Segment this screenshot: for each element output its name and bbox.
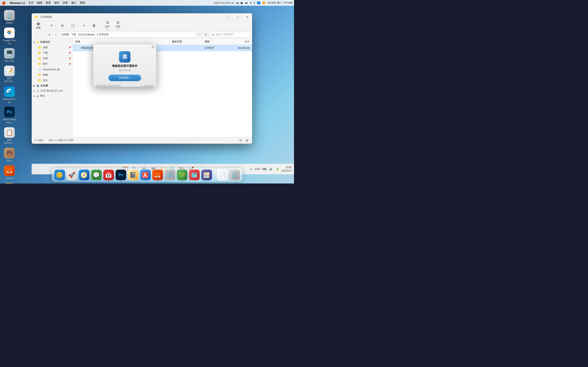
sidebar-item-videos[interactable]: 📁 视频 bbox=[32, 72, 72, 78]
minimize-button[interactable]: ─ bbox=[224, 13, 233, 21]
menubar-settings[interactable]: 设置 bbox=[61, 1, 70, 5]
menubar-file[interactable]: 文件 bbox=[27, 1, 35, 5]
menubar-action[interactable]: 操作 bbox=[52, 1, 61, 5]
toolbar-sep-1 bbox=[45, 23, 45, 29]
menubar-edit[interactable]: 编辑 bbox=[35, 1, 44, 5]
chrome-icon bbox=[4, 27, 15, 38]
sort-button[interactable]: ⇅ 排序 ▼ bbox=[103, 22, 112, 30]
sidebar-item-downloads[interactable]: 📁 下载 📌 bbox=[32, 50, 72, 56]
menubar-play[interactable]: ▶ bbox=[241, 1, 243, 4]
menubar-window[interactable]: 窗口 bbox=[70, 1, 78, 5]
photoshop-label: Adobe Photoshop... bbox=[3, 118, 16, 124]
menubar-heart[interactable]: ♥ bbox=[250, 1, 251, 4]
path-folder[interactable]: 04102729kuk8 bbox=[78, 33, 95, 36]
refresh-button[interactable]: ↻ bbox=[203, 32, 209, 38]
install-now-button[interactable]: 立即安装 › bbox=[108, 75, 141, 81]
sidebar-this-pc[interactable]: ▶ 💻 此电脑 bbox=[32, 83, 72, 88]
back-button[interactable]: ← bbox=[34, 32, 39, 38]
dock-messages-icon: 💬 bbox=[93, 172, 100, 178]
grid-view-button[interactable]: ⊞ bbox=[245, 138, 250, 143]
dock-notes-icon: 📓 bbox=[130, 172, 137, 178]
desktop-icon-chrome[interactable]: Google Chrome bbox=[2, 27, 17, 46]
desktop-icon-bear[interactable]: 🐻 Bear bbox=[2, 147, 17, 163]
menubar-next[interactable]: ⏭ bbox=[245, 1, 248, 4]
search-box[interactable]: 🔍 搜索"2 应用安装" bbox=[209, 32, 250, 38]
dock-trash[interactable]: 🗑️ bbox=[229, 170, 240, 180]
sidebar-quick-access[interactable]: ▾ ⭐ 快速访问 bbox=[32, 40, 72, 45]
new-button[interactable]: ➕ 新建 bbox=[34, 22, 43, 30]
desktop-icon-photoshop[interactable]: Ps Adobe Photoshop... bbox=[2, 106, 17, 125]
dialog-footer-right[interactable]: ▲ 自定义路径 bbox=[141, 84, 154, 87]
dock-safari[interactable]: 🧭 bbox=[79, 170, 89, 180]
dock-maps[interactable]: 🗺️ bbox=[189, 170, 200, 180]
close-button[interactable]: ✕ bbox=[242, 13, 252, 21]
list-view-button[interactable]: ☰ bbox=[238, 138, 243, 143]
menubar-appname[interactable]: Windows 11 bbox=[8, 1, 27, 4]
forward-button[interactable]: → bbox=[40, 32, 46, 38]
menubar-music[interactable]: 𝄞 bbox=[254, 1, 255, 4]
dock-pages[interactable]: 📄 bbox=[217, 170, 228, 180]
up-button[interactable]: ↑ bbox=[53, 32, 59, 38]
sidebar-item-music[interactable]: 📁 音乐 bbox=[32, 78, 72, 83]
path-downloads[interactable]: 下载 bbox=[71, 33, 76, 36]
dock-launchpad[interactable]: 🚀 bbox=[67, 170, 77, 180]
pin-icon-downloads: 📌 bbox=[68, 52, 71, 54]
desktop-icon-pinjian2[interactable]: 📋 拼写2022-02-... bbox=[2, 126, 17, 145]
dock-messages[interactable]: 💬 bbox=[91, 170, 102, 180]
path-this-pc[interactable]: 此电脑 bbox=[61, 33, 69, 36]
dock-appstore[interactable]: 🅰️ bbox=[140, 170, 151, 180]
sidebar-item-icloud[interactable]: ☁️ iCloud Drive (M bbox=[32, 67, 72, 72]
menubar-wifi[interactable]: 📶 bbox=[262, 1, 265, 4]
new-label: 新建 bbox=[36, 26, 41, 29]
dock-finder[interactable]: 😊 bbox=[54, 170, 65, 180]
sidebar-item-pictures[interactable]: 📁 图片 📌 bbox=[32, 61, 72, 67]
view-chevron-icon: ▼ bbox=[117, 29, 119, 30]
dock-windows-icon: 🪟 bbox=[203, 172, 210, 178]
sidebar-item-documents[interactable]: 📁 文档 📌 bbox=[32, 56, 72, 61]
menubar-time: 2月15日 周二 下午3:08 bbox=[268, 1, 292, 5]
dialog-footer-left[interactable]: 已推进问题 开票软件安装没 bbox=[96, 84, 121, 87]
more-button[interactable]: ··· bbox=[124, 22, 130, 29]
recycle-icon: 🗑️ bbox=[4, 10, 15, 21]
desktop-icon-macfiles[interactable]: 🖥️ Mac Files bbox=[2, 47, 17, 63]
dropdown-button[interactable]: ▾ bbox=[47, 32, 52, 38]
dialog-close-button[interactable]: ✕ bbox=[151, 45, 155, 48]
dock-photoshop[interactable]: Ps bbox=[116, 170, 126, 180]
dock-windows[interactable]: 🪟 bbox=[201, 170, 212, 180]
desktop-icon-recycle[interactable]: 🗑️ 回收站 bbox=[2, 9, 17, 25]
dock-calendar[interactable]: 📅 bbox=[103, 170, 114, 180]
delete-button[interactable]: 🗑 bbox=[89, 22, 99, 30]
dock-firefox[interactable]: 🦊 bbox=[152, 170, 163, 180]
menubar-media-title: 天留片片白云风上住 bbox=[214, 1, 234, 4]
menubar-view[interactable]: 查看 bbox=[44, 1, 52, 5]
sidebar-dvd[interactable]: ▶ 💿 DVD 驱动器 (D:) esc bbox=[32, 88, 72, 93]
this-pc-expand-icon: ▶ bbox=[34, 85, 35, 87]
path-current[interactable]: 2 应用安装 bbox=[97, 33, 109, 36]
apple-menu[interactable]: 🍎 bbox=[2, 1, 6, 5]
maximize-button[interactable]: □ bbox=[233, 13, 242, 21]
quick-access-chevron-icon: ▾ bbox=[34, 41, 35, 44]
view-button[interactable]: ☰ 查看 ▼ bbox=[113, 22, 123, 30]
desktop-icon-pinjian[interactable]: 📝 拼写2022-02-... bbox=[2, 65, 17, 84]
menubar-prev[interactable]: ⏮ bbox=[236, 1, 239, 4]
address-path[interactable]: 此电脑 › 下载 › 04102729kuk8 › 2 应用安装 bbox=[60, 32, 196, 38]
sidebar-item-desktop[interactable]: 📁 桌面 📌 bbox=[32, 45, 72, 50]
dock-notes[interactable]: 📓 bbox=[128, 170, 138, 180]
photoshop-icon: Ps bbox=[4, 107, 15, 117]
share-button[interactable]: ↗ bbox=[79, 22, 88, 30]
menubar-right: 天留片片白云风上住 ⏮ ▶ ⏭ ♥ 𝄞 2 📶 2月15日 周二 下午3:08 bbox=[214, 1, 292, 5]
dock-wechat[interactable]: 💚 bbox=[177, 170, 187, 180]
view-icon: ☰ bbox=[117, 21, 120, 25]
sidebar-network[interactable]: ▶ 🖧 网络 bbox=[32, 93, 72, 99]
col-date-header: 修改日期 bbox=[172, 40, 205, 43]
refresh-icon: ↻ bbox=[205, 33, 207, 36]
dropdown-icon: ▾ bbox=[49, 33, 50, 36]
cut-button[interactable]: ✂ bbox=[47, 22, 57, 30]
folder-icon: 📁 bbox=[38, 45, 42, 49]
paste-button[interactable]: 📋 bbox=[68, 22, 78, 30]
menubar-help[interactable]: 帮助 bbox=[78, 1, 87, 5]
address-chevron-button[interactable]: ▾ bbox=[197, 32, 202, 38]
copy-button[interactable]: ⧉ bbox=[57, 22, 67, 30]
desktop-icon-edge[interactable]: 🌊 Microsoft Edge bbox=[2, 85, 17, 104]
dock-prefs[interactable]: ⚙️ bbox=[164, 170, 175, 180]
